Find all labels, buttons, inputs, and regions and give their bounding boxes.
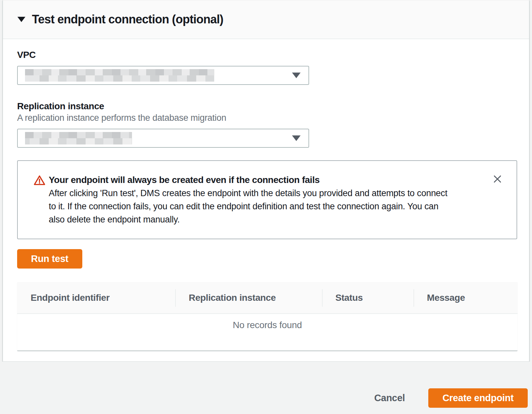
warning-body-line: also delete the endpoint manually. (49, 213, 447, 226)
close-icon (492, 174, 503, 185)
warning-body-line: to it. If the connection fails, you can … (49, 200, 447, 213)
test-endpoint-connection-panel: Test endpoint connection (optional) VPC … (3, 0, 529, 362)
section-collapse-caret-icon (17, 17, 25, 22)
column-header-endpoint-identifier: Endpoint identifier (17, 282, 175, 313)
endpoint-warning-alert: Your endpoint will always be created eve… (17, 160, 517, 239)
section-body: VPC Replication instance A replication i… (3, 39, 529, 351)
page-actions-footer: Cancel Create endpoint (0, 362, 532, 414)
vpc-selected-value-redacted (25, 69, 214, 82)
chevron-down-icon (292, 136, 301, 141)
warning-title: Your endpoint will always be created eve… (49, 173, 447, 187)
section-title: Test endpoint connection (optional) (32, 13, 223, 26)
warning-body-line: After clicking 'Run test', DMS creates t… (49, 187, 447, 200)
create-endpoint-button[interactable]: Create endpoint (428, 388, 528, 408)
table-empty-state: No records found (17, 314, 518, 350)
replication-instance-field: Replication instance A replication insta… (17, 101, 517, 148)
run-test-button[interactable]: Run test (17, 249, 82, 269)
replication-instance-select[interactable] (17, 129, 309, 148)
replication-instance-description: A replication instance performs the data… (17, 113, 517, 123)
column-header-message: Message (413, 282, 518, 313)
vpc-field: VPC (17, 49, 517, 85)
section-header-test-endpoint-connection[interactable]: Test endpoint connection (optional) (3, 0, 529, 39)
column-header-status: Status (322, 282, 413, 313)
warning-triangle-icon (34, 174, 45, 188)
replication-instance-selected-value-redacted (25, 132, 132, 144)
warning-text-block: Your endpoint will always be created eve… (49, 173, 447, 226)
connection-results-table: Endpoint identifier Replication instance… (17, 282, 518, 351)
vpc-select[interactable] (17, 66, 309, 85)
vpc-label: VPC (17, 49, 517, 61)
column-header-replication-instance: Replication instance (175, 282, 322, 313)
table-header-row: Endpoint identifier Replication instance… (17, 282, 518, 314)
chevron-down-icon (292, 73, 301, 78)
replication-instance-label: Replication instance (17, 101, 517, 112)
cancel-button[interactable]: Cancel (362, 388, 417, 408)
warning-dismiss-button[interactable] (490, 172, 505, 187)
